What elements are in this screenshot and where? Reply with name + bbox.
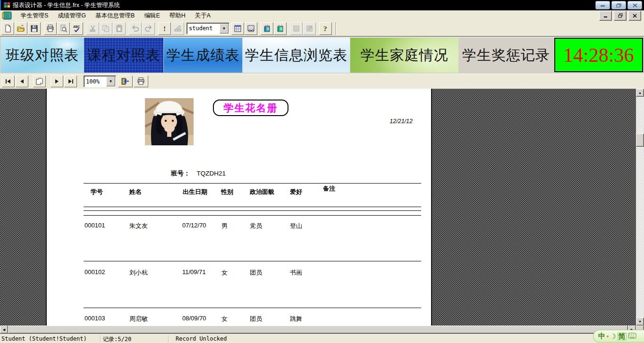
col-header-politics: 政治面貌	[250, 188, 274, 196]
cut-button[interactable]	[86, 22, 99, 35]
menu-item-basicinfo[interactable]: 基本信息管理B	[91, 11, 139, 21]
next-page-button[interactable]	[51, 75, 63, 87]
tab-label: 学生家庭情况	[361, 46, 449, 65]
design-mode-button[interactable]	[171, 22, 184, 35]
menu-item-edit[interactable]: 编辑E	[139, 11, 164, 21]
fields-list-button[interactable]	[245, 22, 257, 35]
mdi-close-button[interactable]	[628, 11, 641, 21]
pages-button[interactable]	[33, 75, 46, 87]
minimize-button[interactable]	[595, 1, 610, 9]
menu-item-grades[interactable]: 成绩管理G	[53, 11, 91, 21]
report-date: 12/21/12	[358, 118, 413, 125]
print-preview-button[interactable]	[57, 22, 70, 35]
ime-fullhalf-moon-icon[interactable]: ☽	[610, 333, 616, 340]
tab-student-family[interactable]: 学生家庭情况	[350, 38, 458, 73]
status-divider	[168, 335, 169, 342]
new-report-button[interactable]	[1, 22, 14, 35]
col-header-sex: 性别	[221, 188, 233, 196]
tab-class-list[interactable]: 班级对照表	[1, 38, 84, 73]
class-number-value: TQZDH21	[197, 170, 226, 177]
status-dataset: Student (Student!Student)	[1, 335, 87, 342]
vertical-scroll-thumb[interactable]	[636, 134, 644, 147]
menu-item-about[interactable]: 关于A	[190, 11, 215, 21]
dataset-combobox-dropdown-icon[interactable]: ▼	[220, 24, 229, 33]
tab-label: 学生奖惩记录	[462, 46, 550, 65]
group-edit-button[interactable]	[290, 22, 303, 35]
horizontal-scroll-thumb[interactable]	[8, 326, 628, 334]
app-window: 报表设计器 - 学生信息.frx - 学生管理系统 学生管理S 成绩管理G 基	[0, 0, 644, 343]
zoom-combobox-dropdown-icon[interactable]: ▼	[106, 76, 115, 86]
tab-label: 课程对照表	[87, 46, 161, 65]
copy-button[interactable]	[100, 22, 112, 35]
redo-button[interactable]	[142, 22, 155, 35]
cell-sex: 女	[221, 268, 228, 277]
save-report-button[interactable]	[28, 22, 41, 35]
rule-line	[84, 210, 421, 211]
col-header-birth: 出生日期	[183, 188, 207, 196]
clock-time: 14:28:36	[563, 44, 634, 67]
main-toolbar: ABC ! student ▼	[0, 21, 644, 36]
zoom-combobox[interactable]: 100% ▼	[84, 75, 116, 87]
horizontal-scrollbar[interactable]: ◀ ▶	[0, 326, 644, 334]
status-divider	[100, 335, 101, 342]
cell-birth: 08/09/70	[182, 315, 206, 322]
data-dictionary-button[interactable]	[261, 22, 273, 35]
scroll-left-icon[interactable]: ◀	[0, 326, 8, 334]
ime-simplified-button[interactable]: 简	[618, 333, 627, 340]
dataset-combobox-value: student	[187, 25, 219, 32]
last-page-button[interactable]	[64, 75, 77, 87]
ime-language-button[interactable]: 中	[598, 332, 605, 341]
mdi-restore-button[interactable]	[614, 11, 627, 21]
class-number-row: 班号：TQZDH21	[171, 169, 226, 178]
scroll-up-icon[interactable]: ▲	[636, 89, 644, 97]
ime-dot-icon	[607, 335, 609, 337]
scroll-down-icon[interactable]: ▼	[636, 318, 644, 326]
dataset-combobox[interactable]: student ▼	[186, 23, 229, 34]
menu-item-student[interactable]: 学生管理S	[16, 11, 53, 21]
band-edit-button[interactable]	[303, 22, 316, 35]
cell-birth: 11/09/71	[182, 268, 206, 276]
cell-id: 000103	[85, 315, 105, 322]
paste-button[interactable]	[113, 22, 126, 35]
form-icon	[2, 11, 12, 20]
report-page: 学生花名册 12/21/12 班号：TQZDH21 学号 姓名 出生日期 性别 …	[46, 89, 432, 334]
print-button[interactable]	[44, 22, 57, 35]
close-preview-button[interactable]	[118, 75, 133, 87]
first-page-button[interactable]	[2, 75, 15, 87]
menu-item-help[interactable]: 帮助H	[165, 11, 190, 21]
grid-toggle-button[interactable]	[231, 22, 244, 35]
status-record-count: 记录:5/20	[103, 335, 131, 343]
cell-hobby: 跳舞	[290, 315, 302, 323]
undo-button[interactable]	[129, 22, 142, 35]
vertical-scrollbar[interactable]: ▲ ▼	[636, 89, 644, 326]
spellcheck-button[interactable]: ABC	[70, 22, 83, 35]
tab-student-grades[interactable]: 学生成绩表	[164, 38, 242, 73]
prev-page-button[interactable]	[16, 75, 28, 87]
col-header-hobby: 爱好	[290, 188, 302, 196]
variables-list-button[interactable]	[274, 22, 287, 35]
mdi-minimize-button[interactable]	[599, 11, 612, 21]
zoom-combobox-value: 100%	[84, 78, 106, 85]
tab-student-info-browse[interactable]: 学生信息浏览表	[243, 38, 350, 73]
col-header-note: 备注	[323, 184, 335, 193]
cell-id: 000101	[85, 222, 105, 229]
status-bar: Student (Student!Student) 记录:5/20 Record…	[0, 334, 644, 343]
ime-indicator[interactable]: 中 ☽ 简	[593, 330, 644, 343]
status-lock-state: Record Unlocked	[176, 335, 227, 342]
open-report-button[interactable]	[15, 22, 27, 35]
rule-line	[84, 183, 421, 184]
run-report-button[interactable]: !	[158, 22, 171, 35]
ime-keyboard-icon[interactable]	[628, 332, 636, 341]
help-button[interactable]: ?	[319, 22, 332, 35]
cell-politics: 团员	[250, 315, 262, 323]
cell-hobby: 登山	[290, 222, 302, 230]
cell-id: 000102	[85, 268, 105, 276]
close-button[interactable]	[627, 1, 642, 9]
report-title: 学生花名册	[224, 101, 278, 115]
rule-line	[84, 261, 421, 261]
preview-print-button[interactable]	[134, 75, 148, 87]
rule-line	[84, 308, 421, 308]
restore-button[interactable]	[611, 1, 626, 9]
tab-course-list[interactable]: 课程对照表	[84, 38, 163, 73]
tab-student-rewards[interactable]: 学生奖惩记录	[460, 38, 552, 73]
